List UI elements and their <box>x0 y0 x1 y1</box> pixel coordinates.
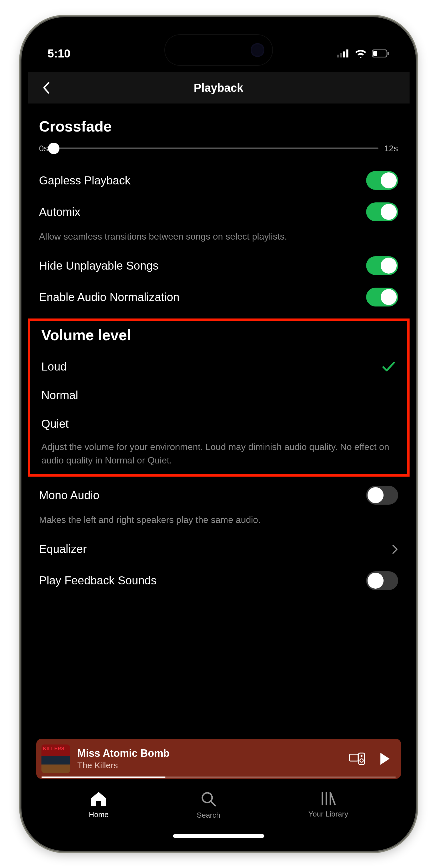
wifi-icon <box>355 49 367 58</box>
svg-rect-7 <box>349 754 358 761</box>
gapless-row: Gapless Playback <box>39 165 398 196</box>
volume-option-quiet[interactable]: Quiet <box>41 409 396 438</box>
now-playing-artist: The Killers <box>77 761 342 770</box>
svg-rect-2 <box>343 52 345 58</box>
normalization-label: Enable Audio Normalization <box>39 291 180 304</box>
hide-unplayable-toggle[interactable] <box>366 256 398 275</box>
mono-desc: Makes the left and right speakers play t… <box>39 513 398 526</box>
screen: 5:10 Playback Crossfade <box>28 24 410 844</box>
crossfade-title: Crossfade <box>39 118 398 135</box>
volume-normal-label: Normal <box>41 389 78 402</box>
crossfade-max: 12s <box>384 144 398 153</box>
tab-home-label: Home <box>89 810 108 819</box>
volume-title: Volume level <box>41 327 396 344</box>
cellular-icon <box>337 50 349 58</box>
tab-library[interactable]: Your Library <box>308 792 348 844</box>
gapless-label: Gapless Playback <box>39 174 131 187</box>
volume-option-loud[interactable]: Loud <box>41 352 396 381</box>
automix-desc: Allow seamless transitions between songs… <box>39 230 398 243</box>
back-button[interactable] <box>39 81 54 95</box>
status-time: 5:10 <box>48 47 71 60</box>
volume-option-normal[interactable]: Normal <box>41 381 396 409</box>
hide-unplayable-label: Hide Unplayable Songs <box>39 259 159 272</box>
svg-line-12 <box>211 801 215 806</box>
nav-header: Playback <box>28 72 410 103</box>
now-playing-bar[interactable]: Miss Atomic Bomb The Killers <box>36 739 401 779</box>
home-icon <box>91 792 106 806</box>
volume-desc: Adjust the volume for your environment. … <box>41 440 396 467</box>
normalization-toggle[interactable] <box>366 288 398 307</box>
svg-rect-5 <box>387 52 389 55</box>
svg-rect-3 <box>346 50 348 58</box>
page-title: Playback <box>28 82 410 94</box>
svg-point-9 <box>361 755 362 756</box>
normalization-row: Enable Audio Normalization <box>39 281 398 313</box>
slider-thumb[interactable] <box>48 143 59 154</box>
now-playing-title: Miss Atomic Bomb <box>77 747 342 760</box>
gapless-toggle[interactable] <box>366 171 398 190</box>
search-icon <box>201 792 216 807</box>
chevron-right-icon <box>392 544 398 554</box>
crossfade-slider-row: 0s 12s <box>39 144 398 153</box>
battery-icon <box>372 50 389 58</box>
crossfade-min: 0s <box>39 144 48 153</box>
automix-row: Automix <box>39 196 398 227</box>
hide-unplayable-row: Hide Unplayable Songs <box>39 250 398 281</box>
feedback-toggle[interactable] <box>366 571 398 590</box>
svg-rect-0 <box>337 55 339 58</box>
play-icon[interactable] <box>379 752 391 765</box>
now-playing-text: Miss Atomic Bomb The Killers <box>77 747 342 770</box>
dynamic-island <box>164 34 273 66</box>
mono-row: Mono Audio <box>39 479 398 511</box>
tab-library-label: Your Library <box>308 810 348 818</box>
feedback-row: Play Feedback Sounds <box>39 565 398 596</box>
equalizer-label: Equalizer <box>39 542 87 556</box>
content: Crossfade 0s 12s Gapless Playback Automi… <box>28 103 410 730</box>
feedback-label: Play Feedback Sounds <box>39 574 157 587</box>
volume-quiet-label: Quiet <box>41 417 69 430</box>
library-icon <box>321 792 336 806</box>
home-indicator[interactable] <box>173 834 264 838</box>
automix-label: Automix <box>39 206 81 218</box>
chevron-left-icon <box>42 82 50 94</box>
now-playing-progress[interactable] <box>41 776 396 778</box>
check-icon <box>381 361 396 372</box>
svg-point-10 <box>360 759 363 762</box>
volume-loud-label: Loud <box>41 360 67 373</box>
automix-toggle[interactable] <box>366 203 398 221</box>
tab-search-label: Search <box>197 811 220 820</box>
connect-device-icon[interactable] <box>349 752 365 766</box>
svg-rect-1 <box>340 53 342 58</box>
mono-label: Mono Audio <box>39 489 99 502</box>
crossfade-slider[interactable] <box>54 148 378 149</box>
mono-toggle[interactable] <box>366 486 398 505</box>
album-art <box>41 744 70 773</box>
svg-rect-6 <box>373 51 377 56</box>
volume-level-highlight: Volume level Loud Normal Quiet Adjust th… <box>28 318 410 476</box>
phone-frame: 5:10 Playback Crossfade <box>22 17 416 851</box>
tab-home[interactable]: Home <box>89 792 108 844</box>
equalizer-row[interactable]: Equalizer <box>39 533 398 565</box>
